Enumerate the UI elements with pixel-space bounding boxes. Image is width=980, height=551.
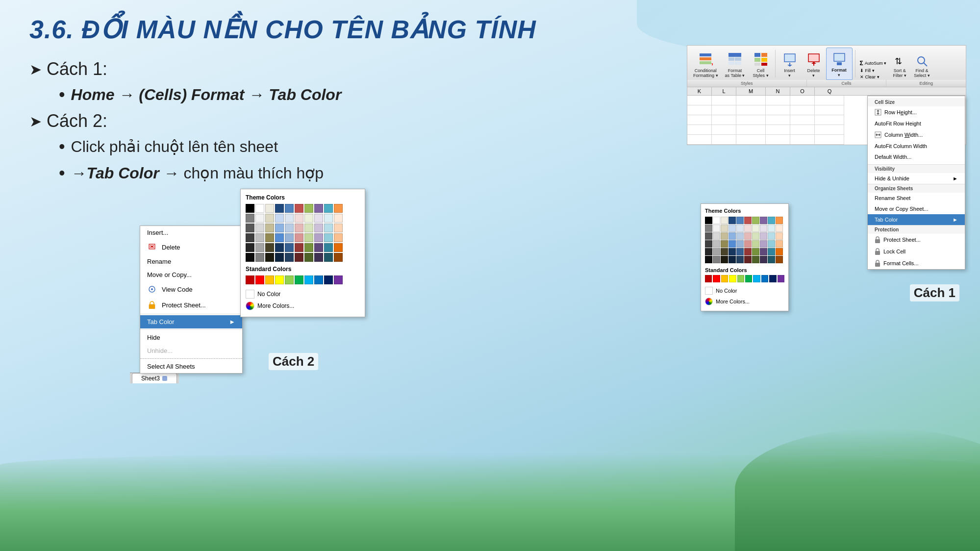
cell-r2c1[interactable] bbox=[712, 115, 736, 125]
std-color-swatch[interactable] bbox=[324, 276, 333, 284]
right-color-swatch[interactable] bbox=[713, 225, 720, 232]
right-color-swatch[interactable] bbox=[729, 240, 736, 248]
color-swatch[interactable] bbox=[334, 253, 343, 262]
ribbon-btn-sort[interactable]: ⇅ Sort & Filter ▾ bbox=[889, 52, 910, 80]
color-swatch[interactable] bbox=[255, 233, 264, 242]
right-color-swatch[interactable] bbox=[736, 217, 744, 224]
right-std-color-swatch[interactable] bbox=[745, 275, 752, 282]
right-color-swatch[interactable] bbox=[760, 248, 767, 255]
right-color-swatch[interactable] bbox=[713, 217, 720, 224]
right-color-swatch[interactable] bbox=[768, 225, 775, 232]
right-no-color[interactable]: No Color bbox=[705, 285, 784, 296]
color-swatch[interactable] bbox=[324, 233, 333, 242]
cell-r4c2[interactable] bbox=[736, 135, 766, 145]
color-swatch[interactable] bbox=[334, 243, 343, 252]
right-std-color-swatch[interactable] bbox=[729, 275, 736, 282]
menu-tab-color-highlighted[interactable]: Tab Color► bbox=[868, 214, 965, 225]
color-swatch[interactable] bbox=[304, 204, 313, 213]
sheet-tab-sheet3[interactable]: Sheet3 bbox=[132, 373, 177, 383]
menu-row-height[interactable]: Row Height... bbox=[868, 106, 965, 118]
color-swatch[interactable] bbox=[295, 224, 303, 232]
right-more-colors[interactable]: More Colors... bbox=[705, 296, 784, 307]
color-swatch[interactable] bbox=[265, 204, 274, 213]
right-color-swatch[interactable] bbox=[768, 240, 775, 248]
color-swatch[interactable] bbox=[334, 204, 343, 213]
cell-r1c2[interactable] bbox=[736, 105, 766, 115]
ribbon-btn-conditional[interactable]: ★ Conditional Formatting ▾ bbox=[690, 49, 721, 80]
right-color-swatch[interactable] bbox=[776, 232, 783, 240]
ctx-delete[interactable]: Delete bbox=[140, 239, 242, 255]
color-swatch[interactable] bbox=[255, 224, 264, 232]
right-color-swatch[interactable] bbox=[729, 232, 736, 240]
color-swatch[interactable] bbox=[314, 253, 323, 262]
cell-r2c0[interactable] bbox=[687, 115, 712, 125]
right-color-swatch[interactable] bbox=[721, 256, 728, 263]
right-color-swatch[interactable] bbox=[744, 232, 752, 240]
ribbon-btn-cell-styles[interactable]: Cell Styles ▾ bbox=[749, 49, 773, 80]
std-color-swatch[interactable] bbox=[255, 276, 264, 284]
right-color-swatch[interactable] bbox=[744, 217, 752, 224]
cell-r3c0[interactable] bbox=[687, 125, 712, 135]
menu-move-copy[interactable]: Move or Copy Sheet... bbox=[868, 203, 965, 214]
right-color-swatch[interactable] bbox=[776, 256, 783, 263]
color-swatch[interactable] bbox=[246, 204, 254, 213]
right-std-color-swatch[interactable] bbox=[721, 275, 728, 282]
color-swatch[interactable] bbox=[275, 204, 284, 213]
cell-r3c4[interactable] bbox=[790, 125, 815, 135]
no-color-option[interactable]: No Color bbox=[246, 288, 360, 300]
right-color-swatch[interactable] bbox=[744, 256, 752, 263]
color-swatch[interactable] bbox=[285, 204, 294, 213]
cell-r0c4[interactable] bbox=[790, 96, 815, 105]
ribbon-btn-find[interactable]: Find & Select ▾ bbox=[911, 52, 933, 80]
menu-lock-cell[interactable]: Lock Cell bbox=[868, 246, 965, 257]
menu-hide-unhide[interactable]: Hide & Unhide► bbox=[868, 173, 965, 184]
right-color-swatch[interactable] bbox=[721, 240, 728, 248]
ctx-select-all-sheets[interactable]: Select All Sheets bbox=[140, 360, 242, 373]
menu-autofit-row[interactable]: AutoFit Row Height bbox=[868, 118, 965, 129]
std-color-swatch[interactable] bbox=[314, 276, 323, 284]
right-std-color-swatch[interactable] bbox=[778, 275, 784, 282]
right-color-swatch[interactable] bbox=[705, 217, 712, 224]
color-swatch[interactable] bbox=[275, 214, 284, 223]
right-color-swatch[interactable] bbox=[729, 256, 736, 263]
right-color-swatch[interactable] bbox=[744, 225, 752, 232]
color-swatch[interactable] bbox=[246, 233, 254, 242]
color-swatch[interactable] bbox=[314, 224, 323, 232]
color-swatch[interactable] bbox=[275, 233, 284, 242]
cell-r2c4[interactable] bbox=[790, 115, 815, 125]
right-color-swatch[interactable] bbox=[744, 240, 752, 248]
right-std-color-swatch[interactable] bbox=[713, 275, 720, 282]
std-color-swatch[interactable] bbox=[265, 276, 274, 284]
color-swatch[interactable] bbox=[295, 214, 303, 223]
more-colors-option[interactable]: More Colors... bbox=[246, 300, 360, 312]
right-color-swatch[interactable] bbox=[713, 248, 720, 255]
color-swatch[interactable] bbox=[285, 243, 294, 252]
right-color-swatch[interactable] bbox=[752, 232, 759, 240]
color-swatch[interactable] bbox=[255, 204, 264, 213]
ribbon-btn-delete[interactable]: Delete ▾ bbox=[802, 49, 826, 80]
ctx-protect-sheet[interactable]: Protect Sheet... bbox=[140, 297, 242, 313]
right-color-swatch[interactable] bbox=[768, 248, 775, 255]
right-color-swatch[interactable] bbox=[760, 232, 767, 240]
cell-r4c4[interactable] bbox=[790, 135, 815, 145]
std-color-swatch[interactable] bbox=[295, 276, 303, 284]
right-color-swatch[interactable] bbox=[776, 240, 783, 248]
right-color-swatch[interactable] bbox=[736, 232, 744, 240]
cell-r0c3[interactable] bbox=[766, 96, 790, 105]
right-color-swatch[interactable] bbox=[721, 232, 728, 240]
right-color-swatch[interactable] bbox=[760, 256, 767, 263]
color-swatch[interactable] bbox=[324, 253, 333, 262]
color-swatch[interactable] bbox=[285, 224, 294, 232]
color-swatch[interactable] bbox=[275, 243, 284, 252]
color-swatch[interactable] bbox=[304, 253, 313, 262]
cell-r4c3[interactable] bbox=[766, 135, 790, 145]
ribbon-fill[interactable]: ⬇ Fill ▾ bbox=[858, 68, 889, 74]
color-swatch[interactable] bbox=[304, 243, 313, 252]
cell-r3c5[interactable] bbox=[815, 125, 844, 135]
right-color-swatch[interactable] bbox=[736, 240, 744, 248]
color-swatch[interactable] bbox=[275, 224, 284, 232]
ctx-view-code[interactable]: View Code bbox=[140, 281, 242, 297]
cell-r3c2[interactable] bbox=[736, 125, 766, 135]
ctx-rename[interactable]: Rename bbox=[140, 255, 242, 268]
cell-r0c5[interactable] bbox=[815, 96, 844, 105]
